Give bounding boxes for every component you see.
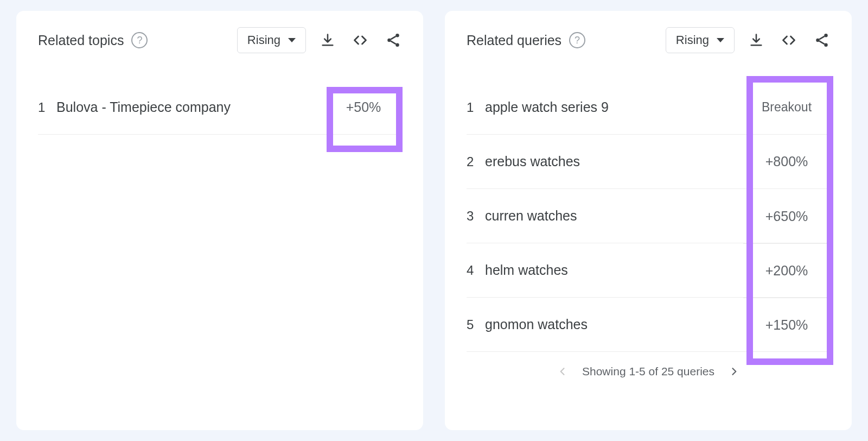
query-rank: 5 — [467, 317, 485, 332]
chevron-down-icon — [288, 38, 296, 42]
queries-sort-label: Rising — [676, 33, 709, 47]
download-icon[interactable] — [320, 33, 335, 48]
query-label: gnomon watches — [485, 317, 588, 332]
topic-rank: 1 — [38, 100, 56, 115]
queries-header: Related queries ? Rising — [467, 27, 830, 53]
query-label: curren watches — [485, 208, 577, 224]
topic-value: +50% — [326, 99, 401, 115]
svg-point-4 — [816, 39, 820, 42]
embed-icon[interactable] — [780, 33, 797, 48]
help-icon[interactable]: ? — [569, 32, 585, 48]
query-rank: 1 — [467, 100, 485, 115]
svg-point-3 — [824, 34, 828, 37]
svg-point-1 — [387, 39, 391, 42]
query-label: helm watches — [485, 262, 568, 278]
query-value: +650% — [743, 189, 830, 243]
queries-title: Related queries — [467, 33, 561, 48]
queries-sort-dropdown[interactable]: Rising — [666, 27, 735, 53]
pager-prev[interactable] — [557, 366, 568, 377]
query-rank: 3 — [467, 209, 485, 224]
share-icon[interactable] — [385, 32, 401, 48]
query-label: erebus watches — [485, 154, 580, 169]
topics-sort-dropdown[interactable]: Rising — [237, 27, 306, 53]
chevron-down-icon — [717, 38, 724, 42]
pager-text: Showing 1-5 of 25 queries — [582, 365, 714, 378]
query-rank: 4 — [467, 263, 485, 278]
share-icon[interactable] — [814, 32, 830, 48]
download-icon[interactable] — [749, 33, 764, 48]
topic-label: Bulova - Timepiece company — [56, 99, 231, 115]
queries-list: 1 apple watch series 9 2 erebus watches … — [467, 80, 830, 352]
svg-point-0 — [395, 34, 399, 37]
svg-point-2 — [395, 43, 399, 47]
pager: Showing 1-5 of 25 queries — [467, 365, 830, 378]
query-value: +150% — [743, 298, 830, 352]
related-queries-card: Related queries ? Rising 1 apple watch s… — [445, 11, 852, 430]
related-topics-card: Related topics ? Rising 1 Bulova - Timep… — [16, 11, 423, 430]
query-values-column: Breakout +800% +650% +200% +150% — [743, 80, 830, 352]
topic-row[interactable]: 1 Bulova - Timepiece company +50% — [38, 80, 401, 135]
pager-next[interactable] — [729, 366, 739, 377]
query-label: apple watch series 9 — [485, 99, 609, 115]
query-value: +800% — [743, 135, 830, 189]
query-value: +200% — [743, 244, 830, 298]
topics-header: Related topics ? Rising — [38, 27, 401, 53]
topics-sort-label: Rising — [247, 33, 280, 47]
query-rank: 2 — [467, 154, 485, 169]
help-icon[interactable]: ? — [131, 32, 148, 48]
svg-point-5 — [824, 43, 828, 47]
embed-icon[interactable] — [352, 33, 369, 48]
query-value: Breakout — [743, 80, 830, 135]
topics-title: Related topics — [38, 33, 124, 48]
